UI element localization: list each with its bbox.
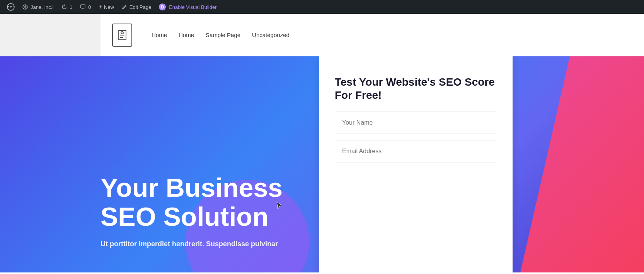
hero-pink-bg: [520, 56, 644, 272]
svg-point-5: [121, 32, 123, 34]
edit-page-label: Edit Page: [129, 4, 151, 10]
divi-button[interactable]: D Enable Visual Builder: [155, 0, 220, 14]
logo-icon: [112, 24, 132, 47]
comments-count: 0: [88, 4, 91, 10]
hero-subtitle: Ut porttitor imperdiet hendrerit. Suspen…: [101, 239, 294, 249]
form-card-title: Test Your Website's SEO Score For Free!: [335, 76, 497, 101]
nav-uncategorized[interactable]: Uncategorized: [252, 32, 290, 38]
new-content-button[interactable]: + New: [95, 0, 118, 14]
header-inner: Home Home Sample Page Uncategorized: [101, 14, 644, 56]
site-name-button[interactable]: Jane, Inc.!: [19, 0, 58, 14]
hero-content: Your Business SEO Solution Ut porttitor …: [0, 173, 309, 272]
nav-sample-page[interactable]: Sample Page: [206, 32, 240, 38]
updates-count: 1: [70, 4, 72, 10]
hero-title: Your Business SEO Solution: [101, 173, 309, 231]
nav-home-1[interactable]: Home: [152, 32, 167, 38]
site-name-label: Jane, Inc.!: [31, 4, 54, 10]
divi-icon: D: [159, 3, 166, 10]
name-input[interactable]: [335, 112, 497, 134]
site-logo[interactable]: [112, 24, 132, 47]
edit-page-button[interactable]: Edit Page: [118, 0, 155, 14]
svg-point-1: [10, 7, 12, 8]
updates-button[interactable]: 1: [58, 0, 76, 14]
plus-icon: +: [99, 3, 102, 10]
admin-bar: Jane, Inc.! 1 0 + New Edit Page D Enable…: [0, 0, 644, 14]
hero-section: Your Business SEO Solution Ut porttitor …: [0, 56, 644, 272]
site-header: Home Home Sample Page Uncategorized: [0, 14, 644, 56]
email-input[interactable]: [335, 140, 497, 162]
comments-button[interactable]: 0: [76, 0, 95, 14]
nav-home-2[interactable]: Home: [179, 32, 194, 38]
svg-rect-3: [80, 5, 85, 8]
main-nav: Home Home Sample Page Uncategorized: [152, 32, 290, 38]
seo-form-card: Test Your Website's SEO Score For Free!: [319, 56, 513, 272]
new-label: New: [104, 4, 114, 10]
visual-builder-label: Enable Visual Builder: [169, 4, 216, 10]
wordpress-logo-button[interactable]: [3, 0, 19, 14]
